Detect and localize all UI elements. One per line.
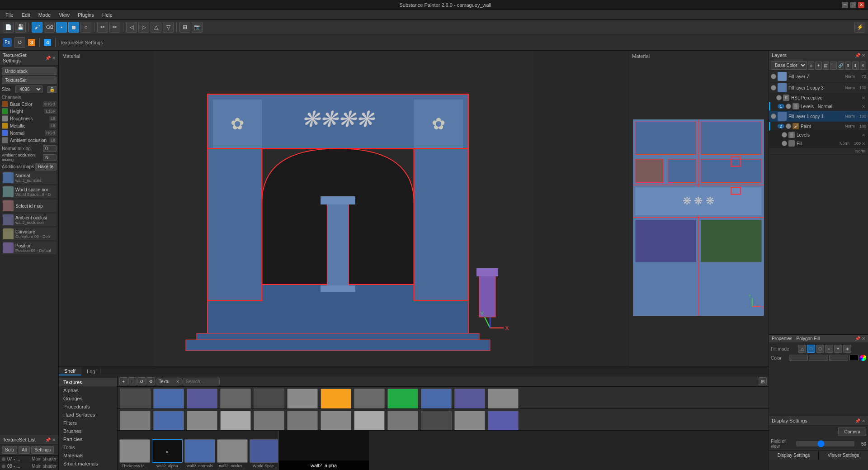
layer-btn-6[interactable]: ⬆ xyxy=(845,62,851,70)
undo-stack-button[interactable]: Undo stack xyxy=(2,67,57,75)
solo-button[interactable]: Solo xyxy=(2,446,17,454)
shelf-item-10[interactable]: TexturesCo... xyxy=(454,389,486,407)
shelf-item-9[interactable]: TexturesCo... xyxy=(420,389,452,407)
render-tool[interactable]: 📷 xyxy=(192,22,203,33)
shelf-tab-selector[interactable]: Textu ✕ xyxy=(156,378,183,385)
shader-icon[interactable]: ⚡ xyxy=(854,22,865,33)
layer-vis-1c3[interactable] xyxy=(771,85,776,90)
fill-sub-close[interactable]: ✕ xyxy=(861,141,866,146)
shelf-bottom-item-0[interactable]: Thickness M... xyxy=(119,439,150,468)
fov-slider[interactable] xyxy=(796,441,854,446)
ts-close[interactable]: ✕ xyxy=(52,437,56,442)
shelf-tab-close[interactable]: ✕ xyxy=(176,379,179,384)
bake-button[interactable]: Bake te xyxy=(35,163,57,171)
shelf-cat-smart_materials[interactable]: Smart materials xyxy=(59,460,117,468)
menu-view[interactable]: View xyxy=(55,11,73,19)
shelf-remove-btn[interactable]: - xyxy=(128,377,137,385)
layer-vis-1c1[interactable] xyxy=(771,114,776,119)
menu-help[interactable]: Help xyxy=(99,11,116,19)
shelf-item-row2-11[interactable]: TexturesCo... xyxy=(487,411,519,429)
clone-tool[interactable]: ✂ xyxy=(97,22,108,33)
props-close[interactable]: ✕ xyxy=(862,336,865,341)
layers-pin[interactable]: 📌 xyxy=(855,53,860,58)
panel-close-btn[interactable]: ✕ xyxy=(52,56,56,61)
display-settings-tab[interactable]: Display Settings xyxy=(769,451,819,460)
layer-levels[interactable]: ▒ Levels ✕ xyxy=(769,131,868,139)
tool-8[interactable]: ▽ xyxy=(163,22,174,33)
shelf-item-row2-4[interactable]: TexturesCo... xyxy=(253,411,285,429)
shelf-item-row2-2[interactable]: TexturesCo... xyxy=(186,411,218,429)
smudge-tool[interactable]: ○ xyxy=(80,22,91,33)
shelf-cat-tools[interactable]: Tools xyxy=(59,443,117,451)
shelf-item-4[interactable]: TexturesCo... xyxy=(253,389,285,407)
map-row-3[interactable]: Ambient occlusi wall2_occlusion xyxy=(2,214,57,226)
maximize-button[interactable]: □ xyxy=(850,2,856,8)
shelf-bottom-item-2[interactable]: wall2_normals xyxy=(184,439,215,468)
layer-vis-hsl[interactable] xyxy=(776,95,782,100)
shelf-settings-btn[interactable]: ⚙ xyxy=(146,377,155,385)
shelf-cat-brushes[interactable]: Brushes xyxy=(59,427,117,435)
shelf-search-input[interactable] xyxy=(184,378,220,385)
color-slider-b[interactable] xyxy=(829,355,848,361)
close-button[interactable]: ✕ xyxy=(858,2,864,8)
viewer-settings-tab[interactable]: Viewer Settings xyxy=(819,451,868,460)
shelf-cat-textures[interactable]: Textures xyxy=(59,378,117,386)
layer-hsl[interactable]: S HSL Perceptive ✕ xyxy=(769,94,868,102)
shelf-item-11[interactable]: TexturesCo... xyxy=(487,389,519,407)
tool-7[interactable]: △ xyxy=(151,22,161,33)
size-selector[interactable]: 409620481024 xyxy=(15,85,42,93)
viewport-2d[interactable]: Material xyxy=(628,51,769,366)
sync-button[interactable]: ↺ xyxy=(14,37,25,48)
tool-5[interactable]: ◁ xyxy=(126,22,137,33)
shelf-item-row2-5[interactable]: TexturesCo... xyxy=(287,411,318,429)
shelf-item-row2-1[interactable]: TexturesCo... xyxy=(153,411,184,429)
tool-6[interactable]: ▷ xyxy=(138,22,149,33)
settings-button[interactable]: Settings xyxy=(31,446,54,454)
shelf-item-6[interactable]: TexturesCo... xyxy=(320,389,352,407)
levels-close-btn[interactable]: ✕ xyxy=(861,104,866,109)
log-tab[interactable]: Log xyxy=(81,368,101,375)
shelf-cat-materials[interactable]: Materials xyxy=(59,451,117,460)
textureset-button[interactable]: TextureSet xyxy=(2,76,57,84)
map-row-0[interactable]: Normal wall2_normals xyxy=(2,171,57,184)
shelf-item-5[interactable]: TexturesCo... xyxy=(287,389,318,407)
save-button[interactable]: 💾 xyxy=(15,22,26,33)
color-slider-g[interactable] xyxy=(809,355,828,361)
fill-icon-2[interactable]: □ xyxy=(807,345,815,353)
layer-vis-7[interactable] xyxy=(771,74,776,79)
shelf-item-row2-7[interactable]: TexturesCo... xyxy=(354,411,385,429)
viewport-3d[interactable]: Material ❋❋❋❋ xyxy=(59,51,628,366)
new-button[interactable]: 📄 xyxy=(3,22,14,33)
layer-paint[interactable]: 2 🖌 Paint Norm 100 xyxy=(769,122,868,131)
layers-close[interactable]: ✕ xyxy=(862,53,865,58)
layer-fill-sub[interactable]: Fill Norm 100 ✕ xyxy=(769,139,868,148)
shelf-item-8[interactable]: TexturesCo... xyxy=(387,389,419,407)
layer-fill-1c1[interactable]: Fill layer 1 copy 1 Norm 100 xyxy=(769,111,868,122)
shelf-cat-smart_masks[interactable]: Smart masks xyxy=(59,468,117,470)
fill-icon-4[interactable]: ○ xyxy=(825,345,833,353)
levels-sub-close[interactable]: ✕ xyxy=(861,133,866,138)
shelf-item-0[interactable]: TexturesCo... xyxy=(119,389,151,407)
layer-vis-paint[interactable] xyxy=(786,123,791,129)
camera-button[interactable]: Camera xyxy=(838,427,866,436)
layer-btn-5[interactable]: 🔗 xyxy=(838,62,844,70)
fill-icon-5[interactable]: ✦ xyxy=(834,345,842,353)
menu-mode[interactable]: Mode xyxy=(35,11,55,19)
menu-plugins[interactable]: Plugins xyxy=(74,11,98,19)
shelf-add-btn[interactable]: + xyxy=(119,377,127,385)
layer-vis-levels[interactable] xyxy=(782,132,787,138)
map-row-2[interactable]: Select id map xyxy=(2,199,57,212)
transform-tool[interactable]: ⊞ xyxy=(179,22,190,33)
layer-btn-1[interactable]: ≡ xyxy=(808,62,814,70)
map-row-5[interactable]: Position Position 09 - Defaul xyxy=(2,242,57,254)
menu-edit[interactable]: Edit xyxy=(18,11,34,19)
all-button[interactable]: All xyxy=(19,446,30,454)
shelf-cat-particles[interactable]: Particles xyxy=(59,435,117,443)
layer-btn-8[interactable]: ✕ xyxy=(860,62,866,70)
menu-file[interactable]: File xyxy=(2,11,17,19)
display-close[interactable]: ✕ xyxy=(862,418,865,423)
layer-levels-normal[interactable]: 1 ▒ Levels - Normal ✕ xyxy=(769,102,868,111)
layer-btn-7[interactable]: ⬇ xyxy=(852,62,859,70)
erase-tool[interactable]: ⌫ xyxy=(44,22,55,33)
layer-fill-1c3[interactable]: Fill layer 1 copy 3 Norm 100 xyxy=(769,82,868,94)
